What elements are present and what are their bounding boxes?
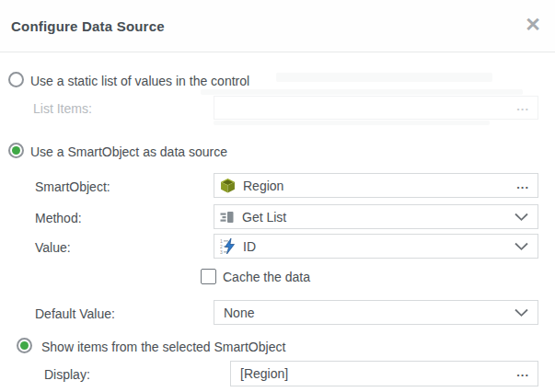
smartobject-value: Region [243,179,283,193]
dialog-header: Configure Data Source ✕ [0,0,555,52]
smartobject-radio[interactable] [8,143,24,158]
smartobject-ellipsis-button[interactable]: ... [516,177,529,190]
display-value: [Region] [240,366,288,381]
background-artifact [276,73,492,82]
method-field-label: Method: [35,211,82,225]
method-value: Get List [242,210,286,225]
cache-data-checkbox[interactable] [201,269,216,284]
default-value-value: None [224,306,254,320]
cache-data-label[interactable]: Cache the data [223,270,310,284]
smartobject-cube-icon [220,178,236,193]
id-autonumber-icon: 1 2 3 [220,238,236,254]
value-dropdown[interactable]: 1 2 3 ID [214,234,538,259]
value-value: ID [243,239,256,254]
value-field-label: Value: [35,240,71,255]
close-icon[interactable]: ✕ [522,12,544,38]
static-list-radio[interactable] [8,72,24,87]
default-value-label: Default Value: [35,306,115,321]
method-dropdown[interactable]: Get List [214,204,538,229]
configure-data-source-dialog: Configure Data Source ✕ Use a static lis… [0,0,555,392]
list-items-field: ... [214,96,538,120]
list-items-label: List Items: [33,101,92,116]
display-ellipsis-button[interactable]: ... [516,365,529,379]
static-list-radio-label[interactable]: Use a static list of values in the contr… [30,74,249,88]
display-field[interactable]: [Region] ... [230,361,538,386]
show-items-radio-label[interactable]: Show items from the selected SmartObject [41,340,285,354]
background-artifact [214,121,490,125]
dialog-title: Configure Data Source [11,18,165,34]
background-artifact [201,89,523,95]
smartobject-field-label: SmartObject: [35,179,110,194]
chevron-down-icon[interactable] [515,308,528,317]
smartobject-field[interactable]: Region ... [214,173,538,198]
show-items-radio[interactable] [17,338,32,353]
chevron-down-icon[interactable] [515,242,528,250]
chevron-down-icon[interactable] [515,213,528,221]
default-value-dropdown[interactable]: None [214,300,538,325]
svg-text:3: 3 [220,249,223,254]
display-field-label: Display: [44,367,90,382]
list-items-ellipsis-button: ... [516,99,529,113]
method-list-icon [220,210,235,225]
smartobject-radio-label[interactable]: Use a SmartObject as data source [30,144,227,159]
